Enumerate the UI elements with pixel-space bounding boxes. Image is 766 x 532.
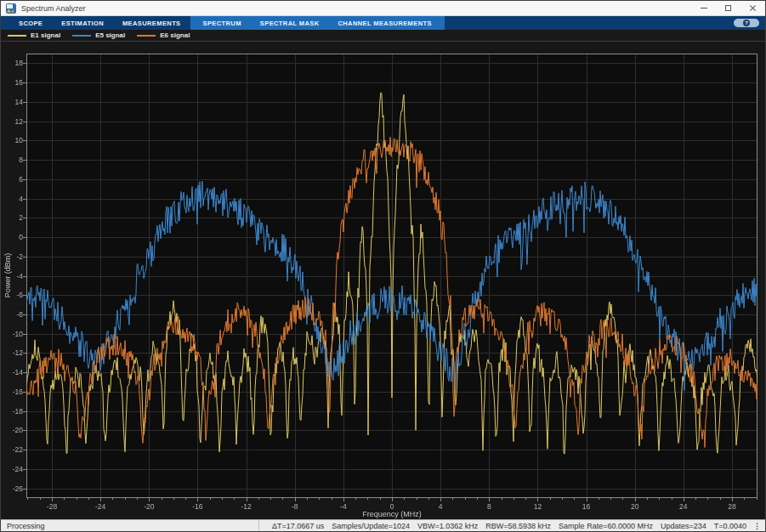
main-tab-group: SCOPEESTIMATIONMEASUREMENTS: [1, 16, 190, 30]
tab-spectrum[interactable]: SPECTRUM: [194, 16, 251, 30]
legend-label: E6 signal: [160, 31, 190, 39]
title-bar: Spectrum Analyzer: [1, 1, 765, 16]
spectrum-analyzer-window: Spectrum Analyzer SCOPEESTIMATIONMEASURE…: [0, 0, 766, 532]
tab-scope[interactable]: SCOPE: [9, 16, 52, 30]
app-icon-detail: [7, 4, 13, 8]
x-axis-label: Frequency (MHz): [26, 510, 757, 518]
stat-t: T=0.0040: [714, 522, 746, 530]
legend-label: E1 signal: [31, 31, 60, 39]
status-message: Processing: [5, 522, 45, 530]
y-axis-label: Power (dBm): [3, 253, 12, 298]
close-button[interactable]: [740, 1, 765, 15]
maximize-icon: [725, 5, 731, 11]
status-stats: ΔT=17.0667 usSamples/Update=1024VBW=1.03…: [258, 520, 746, 531]
legend-line-e6-signal: [137, 35, 156, 37]
tab-channel-measurements[interactable]: CHANNEL MEASUREMENTS: [328, 16, 440, 30]
legend-item-e1-signal[interactable]: E1 signal: [8, 31, 60, 39]
legend-item-e6-signal[interactable]: E6 signal: [137, 31, 190, 39]
tab-spectral-mask[interactable]: SPECTRAL MASK: [251, 16, 329, 30]
legend-item-e5-signal[interactable]: E5 signal: [72, 31, 125, 39]
minimize-button[interactable]: [691, 1, 716, 15]
window-title: Spectrum Analyzer: [21, 4, 86, 13]
stat-updates: Updates=234: [661, 522, 706, 530]
minimize-icon: [701, 8, 707, 8]
window-controls: [691, 1, 765, 15]
help-button[interactable]: ?: [734, 19, 759, 27]
legend-line-e5-signal: [72, 35, 91, 37]
stat-samples-update: Samples/Update=1024: [332, 522, 410, 530]
close-icon: [749, 4, 757, 12]
stat-sample-rate: Sample Rate=60.0000 MHz: [559, 522, 653, 530]
maximize-button[interactable]: [716, 1, 740, 15]
tab-estimation[interactable]: ESTIMATION: [52, 16, 113, 30]
stat--t: ΔT=17.0667 us: [272, 522, 324, 530]
stat-vbw: VBW=1.0362 kHz: [417, 522, 478, 530]
status-menu-button[interactable]: ⋮: [753, 522, 761, 530]
spectrum-plot[interactable]: [1, 42, 766, 521]
legend: E1 signalE5 signalE6 signal: [1, 30, 765, 42]
app-icon: [6, 3, 16, 14]
contextual-tab-group: SPECTRUMSPECTRAL MASKCHANNEL MEASUREMENT…: [190, 16, 445, 30]
tab-measurements[interactable]: MEASUREMENTS: [113, 16, 190, 30]
legend-line-e1-signal: [8, 35, 26, 37]
status-bar: Processing ΔT=17.0667 usSamples/Update=1…: [1, 519, 765, 531]
figure-area: Frequency (MHz) Power (dBm) 181614121086…: [1, 42, 765, 519]
help-icon: ?: [743, 20, 750, 26]
stat-rbw: RBW=58.5938 kHz: [485, 522, 551, 530]
toolstrip-tabbar: SCOPEESTIMATIONMEASUREMENTS SPECTRUMSPEC…: [1, 16, 765, 30]
legend-label: E5 signal: [95, 31, 125, 39]
app-icon-wave: [7, 9, 14, 13]
